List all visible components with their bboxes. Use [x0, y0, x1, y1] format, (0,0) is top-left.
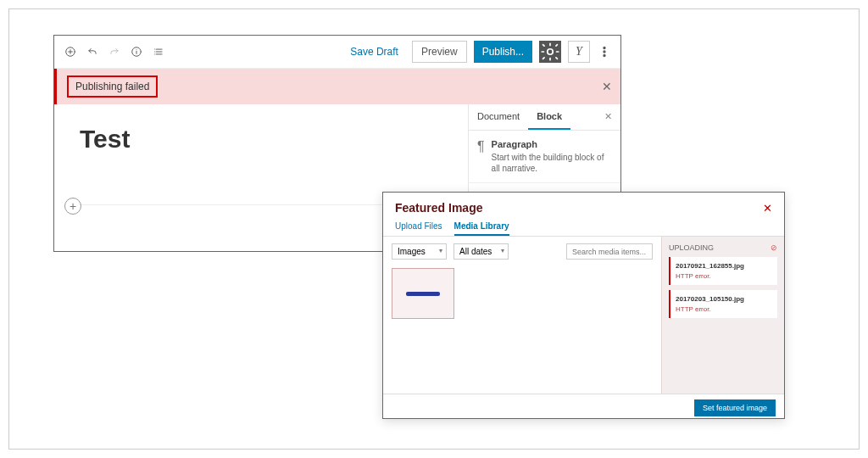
tab-upload-files[interactable]: Upload Files [395, 218, 442, 236]
block-description: Start with the building block of all nar… [492, 152, 612, 174]
set-featured-image-button[interactable]: Set featured image [694, 399, 776, 416]
upload-error: HTTP error. [676, 272, 772, 280]
add-block-icon[interactable] [63, 44, 78, 59]
tab-block[interactable]: Block [528, 104, 570, 130]
upload-error: HTTP error. [676, 305, 772, 313]
redo-icon[interactable] [107, 44, 122, 59]
save-draft-button[interactable]: Save Draft [343, 42, 405, 61]
error-notice: Publishing failed ✕ [54, 69, 620, 104]
top-toolbar: Save Draft Preview Publish... Y [54, 36, 620, 69]
tab-media-library[interactable]: Media Library [454, 218, 509, 236]
featured-image-modal: Featured Image ✕ Upload Files Media Libr… [382, 192, 785, 419]
sidebar-tabs: Document Block ✕ [469, 104, 620, 131]
uploading-panel: UPLOADING ⊘ 20170921_162855.jpg HTTP err… [661, 237, 784, 394]
upload-filename: 20170921_162855.jpg [676, 262, 772, 270]
svg-point-2 [548, 49, 554, 55]
upload-filename: 20170203_105150.jpg [676, 295, 772, 303]
svg-point-4 [604, 51, 605, 53]
media-library-area: Images All dates [383, 237, 661, 394]
svg-point-3 [604, 47, 605, 48]
outline-icon[interactable] [151, 44, 166, 59]
dismiss-notice-icon[interactable]: ✕ [602, 80, 612, 93]
undo-icon[interactable] [85, 44, 100, 59]
block-name: Paragraph [492, 139, 612, 149]
upload-item: 20170921_162855.jpg HTTP error. [669, 257, 777, 285]
modal-title: Featured Image [395, 201, 482, 215]
insert-block-icon[interactable]: + [64, 198, 81, 215]
svg-point-5 [604, 54, 605, 56]
paragraph-icon: ¶ [477, 139, 485, 174]
yoast-icon[interactable]: Y [568, 41, 590, 63]
frame: Save Draft Preview Publish... Y Publishi… [8, 8, 860, 450]
error-message: Publishing failed [67, 75, 158, 98]
media-type-filter[interactable]: Images [392, 243, 447, 260]
modal-tabs: Upload Files Media Library [383, 218, 784, 237]
settings-icon[interactable] [539, 41, 561, 63]
info-icon[interactable] [129, 44, 144, 59]
close-sidebar-icon[interactable]: ✕ [596, 104, 620, 130]
cancel-uploads-icon[interactable]: ⊘ [771, 243, 777, 252]
media-date-filter[interactable]: All dates [453, 243, 509, 260]
uploading-label: UPLOADING [669, 243, 714, 252]
more-menu-icon[interactable] [597, 44, 612, 59]
publish-button[interactable]: Publish... [474, 41, 532, 63]
preview-button[interactable]: Preview [412, 41, 467, 63]
post-title[interactable]: Test [80, 125, 442, 154]
media-thumbnail[interactable] [392, 268, 454, 319]
close-modal-icon[interactable]: ✕ [763, 202, 772, 215]
tab-document[interactable]: Document [469, 104, 528, 130]
search-media-input[interactable] [566, 243, 653, 260]
block-info: ¶ Paragraph Start with the building bloc… [469, 131, 620, 182]
upload-item: 20170203_105150.jpg HTTP error. [669, 290, 777, 318]
